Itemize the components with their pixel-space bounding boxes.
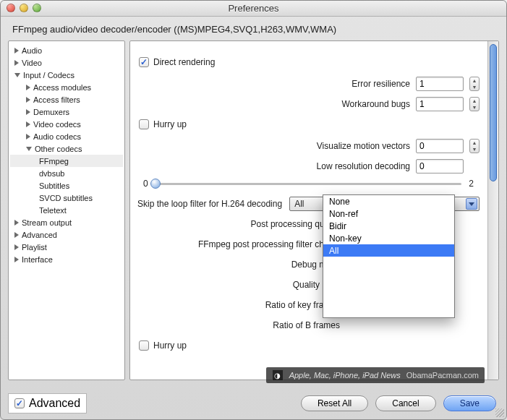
advanced-checkbox[interactable]: [14, 398, 25, 408]
error-resilience-stepper[interactable]: ▲▼: [469, 77, 480, 91]
direct-rendering-row: Direct rendering: [139, 54, 480, 70]
slider[interactable]: [155, 183, 462, 185]
footer: Advanced Reset All Cancel Save: [1, 387, 506, 419]
watermark-site: ObamaPacman.com: [406, 371, 479, 380]
tree-item-demuxers[interactable]: Demuxers: [10, 106, 123, 118]
slider-row: 0 2: [137, 177, 480, 193]
direct-rendering-label: Direct rendering: [153, 57, 215, 67]
workaround-bugs-stepper[interactable]: ▲▼: [469, 97, 480, 111]
dropdown-option[interactable]: Bidir: [323, 220, 454, 232]
panel-scrollbar[interactable]: [487, 41, 498, 380]
tree-item-other-codecs[interactable]: Other codecs: [10, 142, 123, 155]
tree-item-subtitles[interactable]: Subtitles: [10, 179, 123, 192]
dropdown-option-selected[interactable]: All: [323, 244, 454, 257]
category-tree[interactable]: Audio Video Input / Codecs Access module…: [8, 40, 125, 380]
dropdown-option[interactable]: Non-key: [323, 232, 454, 244]
chevron-down-icon: [466, 198, 477, 210]
dropdown-option[interactable]: None: [323, 195, 454, 207]
hurry-up-2-row: Hurry up: [139, 338, 480, 353]
low-res-label: Low resolution decoding: [137, 161, 410, 171]
workaround-bugs-input[interactable]: [416, 97, 464, 111]
save-button[interactable]: Save: [443, 395, 496, 411]
window-title: Preferences: [1, 3, 506, 14]
cancel-button[interactable]: Cancel: [375, 395, 435, 411]
quality-level-label: Quality level: [137, 280, 340, 290]
advanced-label: Advanced: [29, 397, 80, 410]
tree-item-audio-codecs[interactable]: Audio codecs: [10, 130, 123, 142]
tree-item-interface[interactable]: Interface: [10, 253, 123, 265]
skip-loop-value: All: [294, 199, 304, 209]
hurry-up-label: Hurry up: [153, 119, 187, 129]
advanced-toggle-box: Advanced: [8, 393, 87, 413]
hurry-up-2-label: Hurry up: [153, 340, 187, 351]
ratio-key-label: Ratio of key frames: [137, 300, 340, 310]
direct-rendering-checkbox[interactable]: [139, 57, 149, 67]
skip-loop-dropdown[interactable]: None Non-ref Bidir Non-key All: [323, 194, 455, 318]
preferences-window: Preferences FFmpeg audio/video decoder/e…: [0, 0, 507, 420]
zoom-icon[interactable]: [33, 4, 41, 12]
tree-item-svcd-subtitles[interactable]: SVCD subtitles: [10, 192, 123, 204]
post-quality-label: Post processing quality: [137, 219, 340, 229]
skip-loop-label: Skip the loop filter for H.264 decoding: [137, 199, 282, 209]
debug-mask-label: Debug mask: [137, 260, 340, 270]
minimize-icon[interactable]: [20, 4, 28, 12]
watermark-icon: ◑: [272, 369, 284, 381]
visualize-motion-stepper[interactable]: ▲▼: [469, 139, 480, 153]
filter-chains-label: FFmpeg post processing filter chains: [137, 239, 340, 249]
dropdown-option[interactable]: Non-ref: [323, 207, 454, 220]
titlebar: Preferences: [1, 1, 506, 17]
tree-item-playlist[interactable]: Playlist: [10, 241, 123, 253]
visualize-motion-input[interactable]: [416, 139, 464, 153]
low-res-input[interactable]: [416, 159, 464, 173]
error-resilience-label: Error resilience: [137, 79, 410, 89]
hurry-up-row: Hurry up: [139, 116, 480, 132]
tree-item-teletext[interactable]: Teletext: [10, 204, 123, 216]
slider-max: 2: [469, 179, 474, 189]
tree-item-access-modules[interactable]: Access modules: [10, 81, 123, 93]
tree-item-input-codecs[interactable]: Input / Codecs: [10, 69, 123, 81]
resize-grip-icon[interactable]: [495, 408, 504, 417]
workaround-bugs-label: Workaround bugs: [137, 99, 410, 109]
visualize-motion-label: Visualize motion vectors: [137, 141, 410, 151]
tree-item-access-filters[interactable]: Access filters: [10, 93, 123, 106]
slider-min: 0: [143, 179, 148, 189]
tree-item-video-codecs[interactable]: Video codecs: [10, 118, 123, 130]
tree-item-stream-output[interactable]: Stream output: [10, 216, 123, 228]
page-subtitle: FFmpeg audio/video decoder/encoder ((MS)…: [1, 17, 506, 40]
watermark-text: Apple, Mac, iPhone, iPad News: [289, 371, 401, 380]
tree-item-dvbsub[interactable]: dvbsub: [10, 167, 123, 179]
hurry-up-2-checkbox[interactable]: [139, 340, 149, 351]
hurry-up-checkbox[interactable]: [139, 119, 149, 129]
reset-all-button[interactable]: Reset All: [301, 395, 368, 411]
error-resilience-input[interactable]: [416, 77, 464, 91]
settings-panel: Direct rendering Error resilience ▲▼ Wor…: [129, 40, 499, 380]
watermark: ◑ Apple, Mac, iPhone, iPad News ObamaPac…: [266, 367, 485, 383]
tree-item-advanced[interactable]: Advanced: [10, 228, 123, 241]
tree-item-ffmpeg[interactable]: FFmpeg: [10, 155, 123, 167]
tree-item-audio[interactable]: Audio: [10, 44, 123, 56]
window-controls: [7, 4, 41, 12]
close-icon[interactable]: [7, 4, 15, 12]
scroll-thumb[interactable]: [490, 44, 497, 181]
ratio-b-label: Ratio of B frames: [137, 320, 340, 330]
tree-item-video[interactable]: Video: [10, 56, 123, 69]
slider-thumb[interactable]: [150, 179, 161, 189]
